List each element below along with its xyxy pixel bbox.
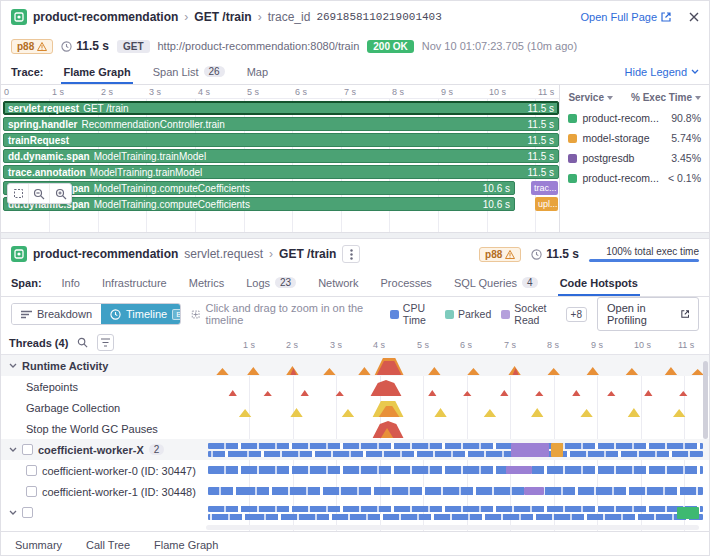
axis-tick: 5 s <box>247 87 259 97</box>
thread-row-coefficient-worker-0[interactable]: coefficient-worker-0 (ID: 30447) <box>1 460 709 481</box>
external-link-icon <box>661 12 671 22</box>
thread-row-safepoints[interactable]: Safepoints <box>1 376 709 397</box>
flame-span-servlet-request[interactable]: servlet.request GET /train 11.5 s <box>3 101 559 115</box>
thread-row-stop-the-world[interactable]: Stop the World GC Pauses <box>1 418 709 439</box>
axis-tick: 7 s <box>504 340 516 350</box>
request-url[interactable]: http://product-recommendation:8080/train <box>158 40 360 52</box>
timeline-button[interactable]: Timeline BETA <box>101 304 181 324</box>
thread-checkbox[interactable] <box>22 507 33 518</box>
flame-bars-area[interactable]: servlet.request GET /train 11.5 s spring… <box>1 99 559 232</box>
logs-count-badge: 23 <box>275 277 296 288</box>
tab-span-list[interactable]: Span List26 <box>151 59 227 84</box>
flame-span-spring-handler[interactable]: spring.handler RecommendationController.… <box>3 117 559 131</box>
latency-badge[interactable]: p88 <box>11 39 53 54</box>
legend-row[interactable]: postgresdb 3.45% <box>568 148 701 168</box>
breadcrumb-service[interactable]: product-recommendation <box>33 10 178 24</box>
upload-segment <box>551 443 563 457</box>
coefficient-worker-1-chart[interactable] <box>206 481 709 502</box>
tab-flame-graph-bottom[interactable]: Flame Graph <box>154 539 218 551</box>
span-options-kebab-icon[interactable] <box>342 245 360 263</box>
legend-service-name: model-storage <box>582 132 666 144</box>
more-legend-badge[interactable]: +8 <box>566 307 587 322</box>
flame-span-train-request[interactable]: trainRequest 11.5 s <box>3 133 559 147</box>
span-service-name[interactable]: product-recommendation <box>33 247 178 261</box>
horizontal-scrollbar[interactable] <box>206 525 699 530</box>
garbage-collection-chart[interactable] <box>206 397 709 418</box>
legend-col-service[interactable]: Service <box>568 92 613 103</box>
search-icon[interactable] <box>74 334 91 351</box>
tab-summary[interactable]: Summary <box>15 539 62 551</box>
thread-row-partial[interactable] <box>1 502 709 523</box>
open-full-page-link[interactable]: Open Full Page <box>581 11 671 23</box>
chevron-down-icon[interactable] <box>9 447 17 452</box>
tab-infrastructure[interactable]: Infrastructure <box>100 269 169 296</box>
legend-row[interactable]: model-storage 5.74% <box>568 128 701 148</box>
tab-code-hotspots[interactable]: Code Hotspots <box>558 269 640 296</box>
trace-tabs-label: Trace: <box>11 59 43 84</box>
trace-header: product-recommendation GET /train trace_… <box>1 1 709 33</box>
vertical-scrollbar[interactable] <box>703 361 708 439</box>
close-icon[interactable] <box>689 12 699 22</box>
flame-span-trace-annotation[interactable]: trace.annotation ModelTraining.trainMode… <box>3 165 559 179</box>
legend-header: Service % Exec Time <box>568 89 701 108</box>
tab-label: Span List <box>153 66 199 78</box>
runtime-activity-chart[interactable] <box>206 355 709 376</box>
axis-tick: 6 s <box>460 340 472 350</box>
legend-row[interactable]: product-recom... < 0.1% <box>568 168 701 188</box>
sort-threads-icon[interactable] <box>97 334 114 351</box>
breakdown-button[interactable]: Breakdown <box>12 304 101 324</box>
flame-graph[interactable]: 0 1 s 2 s 3 s 4 s 5 s 6 s 7 s 8 s 9 s 10… <box>1 85 559 232</box>
flame-span-postgres-tail[interactable]: trac... <box>531 181 558 195</box>
chevron-down-icon[interactable] <box>9 363 17 368</box>
coefficient-worker-0-chart[interactable] <box>206 460 709 481</box>
partial-thread-chart[interactable] <box>206 502 709 523</box>
parked-swatch <box>445 310 454 319</box>
flame-span-compute-coefficients-1[interactable]: dd.dynamic.span ModelTraining.computeCoe… <box>3 181 515 195</box>
thread-row-coefficient-worker-group[interactable]: coefficient-worker-X 2 <box>1 439 709 460</box>
marquee-select-icon[interactable] <box>8 184 29 203</box>
partial-span-chip <box>677 507 699 519</box>
row-label-block: coefficient-worker-1 (ID: 30448) <box>1 486 206 498</box>
trace-id-value[interactable]: 2691858110219001403 <box>316 11 441 23</box>
open-in-profiling-button[interactable]: Open in Profiling <box>597 297 699 331</box>
stop-the-world-chart[interactable] <box>206 418 709 439</box>
span-detail: GET /train <box>83 103 128 114</box>
zoom-out-icon[interactable] <box>29 184 50 203</box>
service-legend: Service % Exec Time product-recom... 90.… <box>559 85 709 232</box>
thread-group-checkbox[interactable] <box>22 444 33 455</box>
thread-row-coefficient-worker-1[interactable]: coefficient-worker-1 (ID: 30448) <box>1 481 709 502</box>
tab-map[interactable]: Map <box>245 59 270 84</box>
flame-span-upload-tail[interactable]: upl... <box>535 197 558 211</box>
tab-info[interactable]: Info <box>60 269 82 296</box>
legend-col-exec-label: % Exec Time <box>631 92 692 103</box>
tab-network[interactable]: Network <box>316 269 360 296</box>
breadcrumb-resource[interactable]: GET /train <box>194 10 251 24</box>
tab-flame-graph[interactable]: Flame Graph <box>61 59 132 84</box>
coefficient-worker-group-chart[interactable] <box>206 439 709 460</box>
safepoints-chart[interactable] <box>206 376 709 397</box>
tab-call-tree[interactable]: Call Tree <box>86 539 130 551</box>
tab-logs[interactable]: Logs23 <box>244 269 298 296</box>
tab-processes[interactable]: Processes <box>379 269 434 296</box>
axis-tick: 5 s <box>417 340 429 350</box>
span-detail: ModelTraining.computeCoefficients <box>94 183 250 194</box>
axis-tick: 2 s <box>101 87 113 97</box>
zoom-in-icon[interactable] <box>50 184 71 203</box>
hide-legend-link[interactable]: Hide Legend <box>625 59 699 84</box>
thread-checkbox[interactable] <box>26 465 37 476</box>
tab-sql-queries[interactable]: SQL Queries4 <box>452 269 540 296</box>
service-icon <box>11 246 27 262</box>
span-latency-badge[interactable]: p88 <box>479 247 521 262</box>
tab-metrics[interactable]: Metrics <box>187 269 226 296</box>
legend-col-exec-time[interactable]: % Exec Time <box>631 92 701 103</box>
thread-row-garbage-collection[interactable]: Garbage Collection <box>1 397 709 418</box>
timeline-clock-icon <box>110 309 121 320</box>
flame-span-compute-coefficients-2[interactable]: dd.dynamic.span ModelTraining.computeCoe… <box>3 197 515 211</box>
row-label: Runtime Activity <box>22 360 108 372</box>
thread-row-runtime-activity[interactable]: Runtime Activity <box>1 355 709 376</box>
chevron-down-icon[interactable] <box>9 510 17 515</box>
flame-span-dd-dynamic-span[interactable]: dd.dynamic.span ModelTraining.trainModel… <box>3 149 559 163</box>
span-resource[interactable]: GET /train <box>279 247 336 261</box>
legend-row[interactable]: product-recom... 90.8% <box>568 108 701 128</box>
thread-checkbox[interactable] <box>26 486 37 497</box>
